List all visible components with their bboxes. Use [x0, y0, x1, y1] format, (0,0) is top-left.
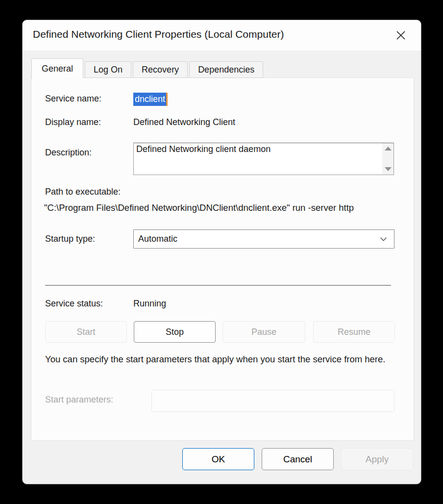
text-caret — [166, 93, 168, 106]
start-parameters-help-text: You can specify the start parameters tha… — [45, 353, 394, 366]
service-name-value[interactable]: dnclient — [133, 93, 168, 106]
ok-button[interactable]: OK — [182, 448, 254, 470]
apply-button[interactable]: Apply — [341, 448, 413, 470]
tab-general[interactable]: General — [31, 58, 83, 78]
display-name-value: Defined Networking Client — [133, 117, 235, 127]
general-tab-page: Service name: dnclient Display name: Def… — [31, 77, 414, 441]
description-scrollbar[interactable] — [382, 143, 394, 175]
close-x-icon — [395, 29, 407, 41]
stop-button[interactable]: Stop — [134, 321, 216, 343]
tab-recovery[interactable]: Recovery — [133, 61, 188, 78]
start-parameters-input[interactable] — [151, 390, 394, 412]
description-text: Defined Networking client daemon — [136, 144, 271, 154]
service-properties-dialog: Defined Networking Client Properties (Lo… — [22, 20, 421, 484]
service-status-label: Service status: — [45, 299, 103, 309]
display-name-label: Display name: — [45, 117, 101, 127]
resume-button[interactable]: Resume — [313, 321, 395, 343]
dialog-title: Defined Networking Client Properties (Lo… — [33, 28, 284, 40]
triangle-up-icon[interactable] — [385, 147, 392, 151]
tab-strip: General Log On Recovery Dependencies — [31, 58, 265, 78]
cancel-button[interactable]: Cancel — [262, 448, 334, 470]
selected-text: dnclient — [133, 93, 166, 106]
service-name-label: Service name: — [45, 94, 101, 104]
triangle-down-icon[interactable] — [385, 167, 392, 171]
service-status-value: Running — [133, 299, 166, 309]
description-textarea[interactable]: Defined Networking client daemon — [133, 143, 394, 175]
screen-background: Defined Networking Client Properties (Lo… — [0, 0, 443, 504]
startup-type-value: Automatic — [134, 234, 379, 244]
startup-type-dropdown[interactable]: Automatic — [133, 229, 394, 249]
start-button[interactable]: Start — [45, 321, 127, 343]
chevron-down-icon — [379, 235, 394, 243]
section-separator — [45, 285, 391, 286]
description-label: Description: — [45, 148, 92, 158]
path-to-executable-value: "C:\Program Files\Defined Networking\DNC… — [44, 202, 414, 213]
startup-type-label: Startup type: — [45, 234, 95, 244]
pause-button[interactable]: Pause — [222, 321, 305, 343]
tab-log-on[interactable]: Log On — [85, 61, 131, 78]
title-bar[interactable]: Defined Networking Client Properties (Lo… — [23, 20, 421, 50]
tab-dependencies[interactable]: Dependencies — [189, 61, 263, 78]
path-to-executable-label: Path to executable: — [45, 187, 121, 197]
close-button[interactable] — [393, 27, 409, 44]
start-parameters-label: Start parameters: — [45, 395, 113, 405]
